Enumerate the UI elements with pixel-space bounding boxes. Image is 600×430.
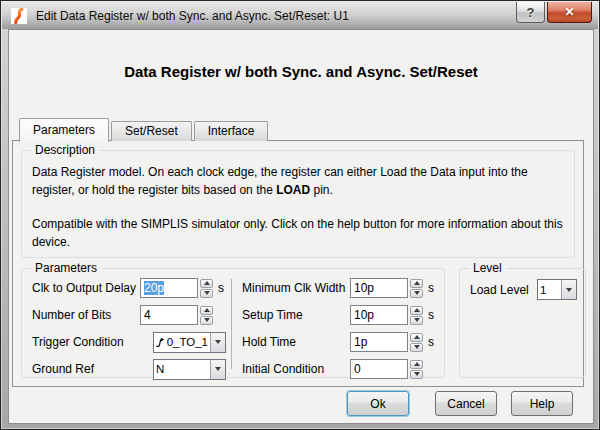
level-legend: Level (469, 261, 506, 275)
cancel-button[interactable]: Cancel (435, 391, 497, 416)
arrow-down-icon (204, 318, 210, 322)
ground-ref-row: Ground Ref N (32, 359, 226, 379)
arrow-up-icon (414, 362, 420, 366)
initial-condition-input[interactable]: 0 (350, 359, 408, 379)
setup-time-label: Setup Time (242, 308, 350, 322)
minimum-clk-width-input[interactable]: 10p (350, 278, 408, 298)
tab-parameters[interactable]: Parameters (19, 118, 109, 142)
spin-up-button[interactable] (410, 306, 423, 315)
arrow-up-icon (414, 308, 420, 312)
window-title: Edit Data Register w/ both Sync. and Asy… (36, 9, 349, 23)
close-button[interactable]: ✕ (547, 2, 592, 23)
question-mark-icon: ? (527, 5, 535, 20)
arrow-down-icon (414, 345, 420, 349)
level-group: Level Load Level 1 (459, 268, 586, 378)
tab-strip: Parameters Set/Reset Interface (19, 117, 270, 141)
spin-down-button[interactable] (410, 370, 423, 379)
description-group: Description Data Register model. On each… (21, 150, 575, 258)
dialog-window: Edit Data Register w/ both Sync. and Asy… (0, 0, 600, 430)
ground-ref-select[interactable]: N (153, 359, 226, 380)
hold-time-input[interactable]: 1p (350, 332, 408, 352)
arrow-up-icon (414, 335, 420, 339)
minimum-clk-width-label: Minimum Clk Width (242, 281, 350, 295)
parameters-left-column: Clk to Output Delay 20p s (32, 278, 226, 386)
spin-up-button[interactable] (410, 279, 423, 288)
unit-label: s (428, 308, 436, 322)
titlebar[interactable]: Edit Data Register w/ both Sync. and Asy… (2, 2, 598, 29)
arrow-up-icon (204, 308, 210, 312)
dropdown-arrow-button[interactable] (210, 333, 225, 352)
arrow-down-icon (204, 291, 210, 295)
trigger-condition-row: Trigger Condition 0_TO_1 (32, 332, 226, 352)
dialog-client-area: Data Register w/ both Sync. and Async. S… (8, 29, 594, 424)
spin-down-button[interactable] (410, 343, 423, 352)
trigger-condition-select[interactable]: 0_TO_1 (153, 332, 226, 353)
dropdown-arrow-button[interactable] (561, 280, 576, 299)
tab-set-reset[interactable]: Set/Reset (111, 121, 192, 141)
clk-to-output-delay-spinner (200, 279, 213, 298)
arrow-down-icon (414, 291, 420, 295)
description-paragraph-1: Data Register model. On each clock edge,… (32, 164, 564, 199)
load-level-select[interactable]: 1 (537, 279, 577, 300)
hold-time-row: Hold Time 1p s (242, 332, 436, 352)
spin-down-button[interactable] (410, 289, 423, 298)
close-icon: ✕ (564, 5, 574, 19)
parameters-legend: Parameters (31, 261, 101, 275)
spin-up-button[interactable] (200, 306, 213, 315)
clk-to-output-delay-input[interactable]: 20p (140, 278, 198, 298)
caption-buttons: ? ✕ (516, 2, 592, 23)
unit-label: s (428, 281, 436, 295)
dialog-footer: Ok Cancel Help (347, 391, 573, 416)
arrow-up-icon (204, 281, 210, 285)
spin-up-button[interactable] (200, 279, 213, 288)
tab-interface[interactable]: Interface (194, 121, 269, 141)
load-level-label: Load Level (470, 283, 537, 297)
parameters-group: Parameters Clk to Output Delay 20p (21, 268, 445, 378)
number-of-bits-spinner (200, 306, 213, 325)
spin-up-button[interactable] (410, 360, 423, 369)
initial-condition-spinner (410, 360, 423, 379)
minimum-clk-width-row: Minimum Clk Width 10p s (242, 278, 436, 298)
description-paragraph-2: Compatible with the SIMPLIS simulator on… (32, 216, 564, 251)
setup-time-spinner (410, 306, 423, 325)
number-of-bits-input[interactable]: 4 (140, 305, 198, 325)
tab-page-parameters: Description Data Register model. On each… (12, 140, 584, 387)
spin-up-button[interactable] (410, 333, 423, 342)
hold-time-label: Hold Time (242, 335, 350, 349)
rising-edge-icon (156, 336, 165, 349)
setup-time-row: Setup Time 10p s (242, 305, 436, 325)
initial-condition-row: Initial Condition 0 (242, 359, 436, 379)
arrow-down-icon (414, 318, 420, 322)
help-button[interactable]: Help (511, 391, 573, 416)
dialog-heading: Data Register w/ both Sync. and Async. S… (9, 63, 593, 80)
spin-down-button[interactable] (410, 316, 423, 325)
dropdown-arrow-button[interactable] (210, 360, 225, 379)
parameters-right-column: Minimum Clk Width 10p s (242, 278, 436, 386)
arrow-down-icon (414, 372, 420, 376)
load-level-row: Load Level 1 (470, 279, 577, 300)
unit-label: s (218, 281, 226, 295)
spin-down-button[interactable] (200, 316, 213, 325)
number-of-bits-row: Number of Bits 4 (32, 305, 226, 325)
clk-to-output-delay-label: Clk to Output Delay (32, 281, 140, 295)
clk-to-output-delay-row: Clk to Output Delay 20p s (32, 278, 226, 298)
chevron-down-icon (215, 340, 221, 344)
arrow-up-icon (414, 281, 420, 285)
number-of-bits-label: Number of Bits (32, 308, 140, 322)
chevron-down-icon (215, 367, 221, 371)
ground-ref-label: Ground Ref (32, 362, 153, 376)
hold-time-spinner (410, 333, 423, 352)
setup-time-input[interactable]: 10p (350, 305, 408, 325)
unit-label: s (428, 335, 436, 349)
minimum-clk-width-spinner (410, 279, 423, 298)
titlebar-help-button[interactable]: ? (516, 2, 545, 23)
simetrix-logo-icon (11, 8, 27, 24)
column-divider (231, 279, 232, 369)
spin-down-button[interactable] (200, 289, 213, 298)
ok-button[interactable]: Ok (347, 391, 409, 416)
initial-condition-label: Initial Condition (242, 362, 350, 376)
trigger-condition-label: Trigger Condition (32, 335, 153, 349)
description-legend: Description (31, 143, 99, 157)
chevron-down-icon (566, 288, 572, 292)
